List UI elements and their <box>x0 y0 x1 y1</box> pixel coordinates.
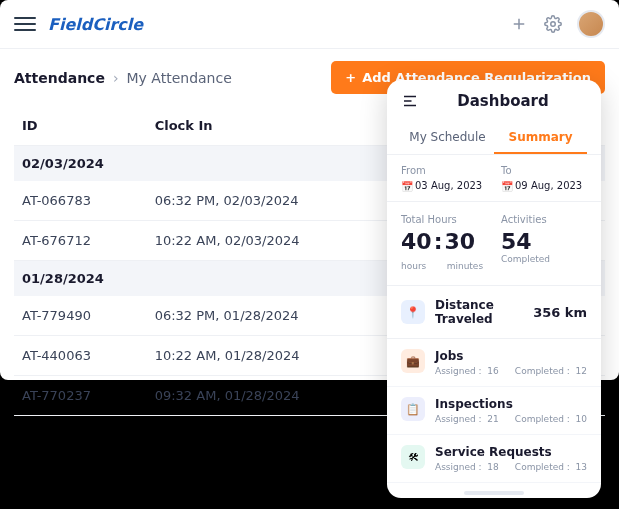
user-avatar[interactable] <box>577 10 605 38</box>
assigned-meta: Assigned : 18 <box>435 462 499 472</box>
item-icon: 💼 <box>401 349 425 373</box>
calendar-icon: 📅 <box>501 181 511 191</box>
activities-value: 54 <box>501 229 532 254</box>
summary-item[interactable]: 💼JobsAssigned : 16Completed : 12 <box>387 339 601 387</box>
assigned-meta: Assigned : 16 <box>435 366 499 376</box>
cell-clock-in: 06:32 PM, 01/28/2024 <box>147 296 398 336</box>
from-value: 03 Aug, 2023 <box>415 180 482 191</box>
mobile-title: Dashboard <box>419 92 587 110</box>
calendar-icon: 📅 <box>401 181 411 191</box>
mobile-dashboard: Dashboard My Schedule Summary From 📅03 A… <box>387 80 601 498</box>
cell-id: AT-440063 <box>14 336 147 376</box>
item-title: Jobs <box>435 349 587 363</box>
location-pin-icon: 📍 <box>401 300 425 324</box>
cell-id: AT-770237 <box>14 376 147 416</box>
completed-meta: Completed : 13 <box>515 462 587 472</box>
to-label: To <box>501 165 587 176</box>
activities-label: Activities <box>501 214 587 225</box>
total-hours-stat: Total Hours 40:30 hours minutes <box>401 214 487 273</box>
date-from[interactable]: From 📅03 Aug, 2023 <box>401 165 487 191</box>
gear-icon[interactable] <box>543 14 563 34</box>
mobile-tabs: My Schedule Summary <box>387 122 601 155</box>
cell-clock-in: 10:22 AM, 01/28/2024 <box>147 336 398 376</box>
app-header: FieldCircle <box>0 0 619 49</box>
breadcrumb-parent[interactable]: Attendance <box>14 70 105 86</box>
date-range-row: From 📅03 Aug, 2023 To 📅09 Aug, 2023 <box>387 155 601 202</box>
item-title: Service Requests <box>435 445 587 459</box>
hamburger-menu-icon[interactable] <box>14 13 36 35</box>
breadcrumb-current: My Attendance <box>127 70 232 86</box>
from-label: From <box>401 165 487 176</box>
brand-logo: FieldCircle <box>48 15 143 34</box>
item-icon: 📋 <box>401 397 425 421</box>
distance-row[interactable]: 📍 Distance Traveled 356 km <box>387 286 601 339</box>
mobile-header: Dashboard <box>387 80 601 122</box>
col-clock-in[interactable]: Clock In <box>147 106 398 146</box>
to-value: 09 Aug, 2023 <box>515 180 582 191</box>
tab-schedule[interactable]: My Schedule <box>401 122 494 154</box>
distance-label: Distance Traveled <box>435 298 523 326</box>
breadcrumb: Attendance › My Attendance <box>14 70 232 86</box>
cell-clock-in: 09:32 AM, 01/28/2024 <box>147 376 398 416</box>
summary-item[interactable]: 📋InspectionsAssigned : 21Completed : 10 <box>387 387 601 435</box>
svg-point-0 <box>551 22 556 27</box>
chevron-right-icon: › <box>113 70 119 86</box>
cell-clock-in: 06:32 PM, 02/03/2024 <box>147 181 398 221</box>
activities-stat: Activities 54 Completed <box>501 214 587 273</box>
activities-unit: Completed <box>501 254 587 264</box>
hours-main: 40 <box>401 229 432 254</box>
summary-item[interactable]: 🛠Service RequestsAssigned : 18Completed … <box>387 435 601 483</box>
plus-icon: + <box>345 70 356 85</box>
tab-summary[interactable]: Summary <box>494 122 587 154</box>
completed-meta: Completed : 12 <box>515 366 587 376</box>
completed-meta: Completed : 10 <box>515 414 587 424</box>
distance-value: 356 km <box>533 305 587 320</box>
cell-id: AT-676712 <box>14 221 147 261</box>
hours-min: 30 <box>444 229 475 254</box>
date-to[interactable]: To 📅09 Aug, 2023 <box>501 165 587 191</box>
col-id[interactable]: ID <box>14 106 147 146</box>
back-icon[interactable] <box>401 92 419 110</box>
assigned-meta: Assigned : 21 <box>435 414 499 424</box>
add-icon[interactable] <box>509 14 529 34</box>
cell-id: AT-779490 <box>14 296 147 336</box>
item-title: Inspections <box>435 397 587 411</box>
cell-clock-in: 10:22 AM, 02/03/2024 <box>147 221 398 261</box>
hours-label: Total Hours <box>401 214 487 225</box>
item-icon: 🛠 <box>401 445 425 469</box>
cell-id: AT-066783 <box>14 181 147 221</box>
stats-row: Total Hours 40:30 hours minutes Activiti… <box>387 202 601 286</box>
drag-handle[interactable] <box>464 491 524 495</box>
